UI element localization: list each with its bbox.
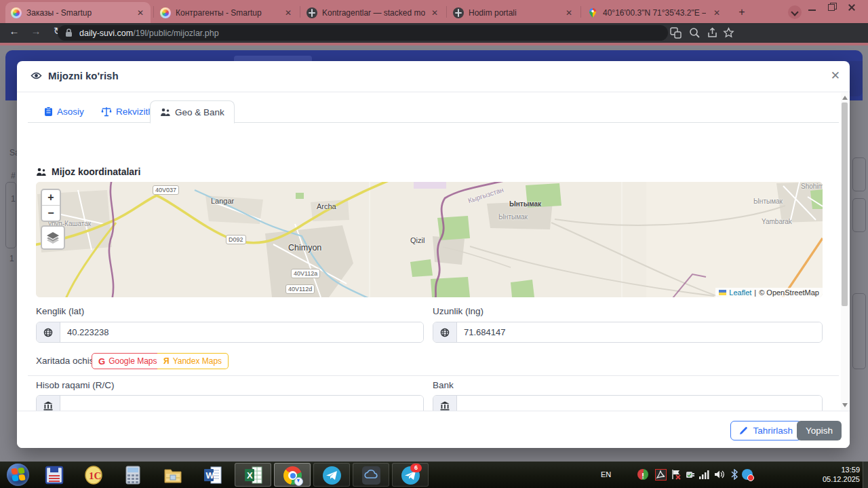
app-excel-taskbar-button[interactable]: X xyxy=(235,463,271,487)
scroll-down-arrow-icon[interactable] xyxy=(842,403,848,407)
lng-input[interactable] xyxy=(457,322,822,342)
forward-icon[interactable]: → xyxy=(28,25,43,37)
scrollbar-thumb[interactable] xyxy=(842,102,848,306)
road-ref-badge: 40V037 xyxy=(153,185,179,195)
tab-separator xyxy=(153,6,154,18)
background-ghost-element xyxy=(852,198,866,232)
chrome-icon xyxy=(283,466,302,485)
google-maps-button[interactable]: G Google Maps xyxy=(92,353,164,369)
osm-link[interactable]: © OpenStreetMap xyxy=(759,288,819,297)
leaflet-map[interactable]: 40V037 Langar Archa уруп-Кашатак D092 Ch… xyxy=(36,182,823,297)
smartup-favicon xyxy=(11,7,22,18)
app-file-manager-icon[interactable] xyxy=(163,466,182,485)
window-restore-button[interactable] xyxy=(823,3,840,12)
background-ghost-element xyxy=(852,157,866,191)
background-ghost-element xyxy=(852,293,866,369)
app-1c-icon[interactable]: 1С xyxy=(84,466,103,485)
window-close-button[interactable] xyxy=(843,3,861,12)
map-attribution: Leaflet | © OpenStreetMap xyxy=(715,288,823,297)
bluetooth-icon[interactable] xyxy=(730,469,738,483)
layers-icon xyxy=(46,231,60,244)
modal-close-icon[interactable]: ✕ xyxy=(831,69,840,83)
app-telegram2-taskbar-button[interactable]: 6 xyxy=(392,463,429,487)
lat-input[interactable] xyxy=(60,322,423,342)
page-top-strip xyxy=(0,43,868,45)
tab-kontragentlar[interactable]: Kontragentlar — stacked moda ✕ xyxy=(301,2,445,23)
modal-tabs: Asosiy Rekvizitlar xyxy=(28,100,839,123)
leaflet-link[interactable]: Leaflet xyxy=(729,288,751,297)
road-ref-badge: 40V112a xyxy=(291,269,320,278)
network-signal-icon[interactable] xyxy=(698,469,710,483)
smartup-favicon xyxy=(160,7,171,18)
edit-button[interactable]: Tahrirlash xyxy=(730,421,802,440)
zoom-search-icon[interactable] xyxy=(689,27,701,39)
map-layers-button[interactable] xyxy=(41,225,65,250)
tab-search-chevron-icon[interactable] xyxy=(788,5,802,19)
globe-favicon xyxy=(307,7,317,18)
tab-close-icon[interactable]: ✕ xyxy=(564,8,574,18)
tab-google-maps-coords[interactable]: 40°16'00.3"N 71°35'43.2"E – G ✕ xyxy=(582,2,727,23)
language-indicator[interactable]: EN xyxy=(601,470,611,478)
close-button[interactable]: Yopish xyxy=(797,421,842,440)
app-calculator-icon[interactable] xyxy=(123,466,142,485)
app-telegram-taskbar-button[interactable] xyxy=(313,463,350,487)
tab-kontragenty[interactable]: Контрагенты - Smartup ✕ xyxy=(155,2,298,23)
tray-clock[interactable]: 13:59 05.12.2025 xyxy=(823,465,860,484)
url-path: /19l/public/mijozlar.php xyxy=(133,29,218,38)
app-word-icon[interactable]: W xyxy=(203,466,222,485)
background-table-fragment: 1 xyxy=(9,254,14,263)
address-bar[interactable]: daily-suvi.com/19l/public/mijozlar.php xyxy=(58,25,668,41)
translate-icon[interactable] xyxy=(670,27,682,39)
account-input[interactable] xyxy=(60,396,423,411)
tab-hodim-portali[interactable]: Hodim portali ✕ xyxy=(448,2,579,23)
acrobat-tray-icon[interactable] xyxy=(655,469,667,481)
url-domain: daily-suvi.com xyxy=(79,29,133,38)
tab-geo-bank[interactable]: Geo & Bank xyxy=(150,100,235,124)
tab-separator xyxy=(580,6,581,18)
usb-device-tray-icon[interactable] xyxy=(685,469,696,483)
screen: Заказы - Smartup ✕ Контрагенты - Smartup… xyxy=(0,0,868,488)
tab-close-icon[interactable]: ✕ xyxy=(136,8,145,18)
app-floppy-icon[interactable] xyxy=(45,466,64,485)
app-chrome-taskbar-button[interactable] xyxy=(274,463,311,487)
start-button[interactable] xyxy=(7,464,29,486)
lat-input-group xyxy=(36,322,424,343)
tab-orders[interactable]: Заказы - Smartup ✕ xyxy=(5,2,151,23)
volume-icon[interactable] xyxy=(714,469,726,483)
section-title: Mijoz koordinatalari xyxy=(36,166,140,177)
yandex-maps-button[interactable]: Я Yandex Maps xyxy=(157,353,229,369)
zoom-in-button[interactable]: + xyxy=(42,190,60,205)
back-icon[interactable]: ← xyxy=(7,25,22,37)
telegram-icon: 6 xyxy=(401,466,420,485)
new-tab-button[interactable]: + xyxy=(735,5,749,19)
zoom-out-button[interactable]: − xyxy=(42,205,60,221)
tab-title: Заказы - Smartup xyxy=(26,8,92,18)
tab-label: Geo & Bank xyxy=(175,107,224,117)
tab-label: Asosiy xyxy=(57,107,84,117)
show-desktop-button[interactable] xyxy=(863,462,868,488)
action-center-flag-icon[interactable] xyxy=(671,469,682,483)
app-tray-icon[interactable] xyxy=(742,469,753,480)
modal-scrollbar[interactable] xyxy=(841,93,849,410)
bank-icon xyxy=(433,396,457,411)
taskbar: 1С W X xyxy=(0,462,868,488)
tab-close-icon[interactable]: ✕ xyxy=(283,8,293,18)
scroll-up-arrow-icon[interactable] xyxy=(842,96,848,100)
bank-input[interactable] xyxy=(457,396,822,411)
tab-close-icon[interactable]: ✕ xyxy=(712,8,722,18)
google-maps-favicon xyxy=(587,7,598,18)
antivirus-tray-icon[interactable]: ! xyxy=(637,469,648,480)
tab-asosiy[interactable]: Asosiy xyxy=(35,100,94,123)
app-cloud-taskbar-button[interactable] xyxy=(353,463,389,487)
attribution-separator: | xyxy=(754,288,756,297)
people-pin-icon xyxy=(160,108,171,117)
place-label: Langar xyxy=(211,197,234,205)
page-header-button-behind xyxy=(234,56,312,61)
bookmark-star-icon[interactable] xyxy=(723,27,734,39)
tab-close-icon[interactable]: ✕ xyxy=(430,8,439,18)
window-minimize-button[interactable] xyxy=(804,3,821,12)
share-icon[interactable] xyxy=(707,27,718,39)
modal-title-text: Mijozni ko'rish xyxy=(48,70,119,81)
lng-label: Uzunlik (lng) xyxy=(433,306,484,316)
place-label: Archa xyxy=(317,202,336,210)
